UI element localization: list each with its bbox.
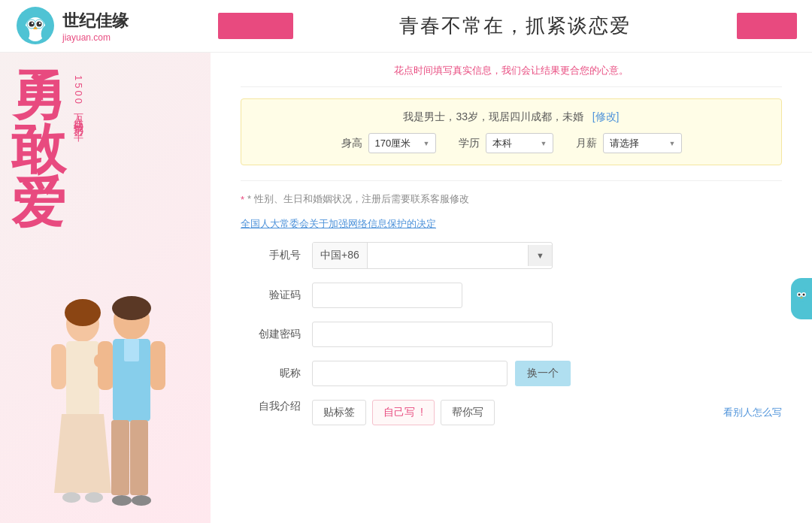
svg-rect-27	[94, 354, 113, 367]
intro-self-label: 自己写	[383, 406, 415, 418]
content-area: 花点时间填写真实信息，我们会让结果更合您的心意。 我是男士，33岁，现居四川成都…	[211, 53, 812, 523]
svg-point-36	[803, 293, 805, 295]
nickname-label: 昵称	[241, 367, 301, 380]
intro-see-more-link[interactable]: 看别人怎么写	[723, 400, 782, 419]
sidebar: 勇 敢 爱 1500万人成功找到另一半	[0, 53, 211, 523]
profile-edit-link[interactable]: [修改]	[592, 110, 620, 122]
header-banner-left	[218, 13, 293, 39]
logo-owl-icon	[15, 5, 56, 47]
profile-summary-box: 我是男士，33岁，现居四川成都，未婚 [修改] 身高 170厘米 165厘米 1…	[241, 98, 782, 165]
svg-point-20	[112, 296, 151, 320]
education-select-wrapper[interactable]: 本科 专科 硕士 博士	[486, 133, 553, 153]
height-select-wrapper[interactable]: 170厘米 165厘米 175厘米 180厘米	[368, 133, 436, 153]
height-label: 身高	[341, 137, 362, 150]
logo-chinese-text: 世纪佳缘	[62, 10, 129, 32]
salary-select-wrapper[interactable]: 请选择 3000以下 3000-5000 5000-10000 10000以上	[603, 133, 682, 153]
svg-marker-16	[54, 414, 111, 493]
logo-area: 世纪佳缘 jiayuan.com	[15, 5, 211, 47]
verify-label: 验证码	[241, 289, 301, 302]
verify-code-input[interactable]	[312, 283, 462, 308]
sidebar-dare-char: 敢	[11, 122, 65, 176]
svg-point-32	[795, 289, 808, 302]
logo-text-area: 世纪佳缘 jiayuan.com	[62, 10, 129, 43]
svg-point-31	[132, 495, 151, 506]
svg-point-6	[32, 23, 33, 24]
main-wrap: 勇 敢 爱 1500万人成功找到另一半	[0, 53, 812, 523]
phone-number-input[interactable]	[368, 243, 528, 268]
sidebar-love-char: 爱	[11, 176, 65, 230]
notice-text: * 性别、生日和婚姻状况，注册后需要联系客服修改	[247, 192, 469, 206]
profile-location: 现居四川成都	[489, 110, 552, 122]
info-tip: 花点时间填写真实信息，我们会让结果更合您的心意。	[241, 64, 782, 87]
password-label: 创建密码	[241, 328, 301, 341]
warn-icon: !	[417, 406, 423, 418]
password-form-row: 创建密码	[241, 322, 782, 347]
salary-field-group: 月薪 请选择 3000以下 3000-5000 5000-10000 10000…	[576, 133, 682, 153]
salary-select[interactable]: 请选择 3000以下 3000-5000 5000-10000 10000以上	[603, 133, 682, 153]
password-input[interactable]	[312, 322, 553, 347]
logo-pinyin-text: jiayuan.com	[62, 32, 129, 43]
svg-rect-15	[66, 341, 99, 416]
notice-star: *	[241, 194, 244, 205]
intro-tag-button[interactable]: 贴标签	[312, 400, 366, 425]
education-select[interactable]: 本科 专科 硕士 博士	[486, 133, 553, 153]
sidebar-background: 勇 敢 爱 1500万人成功找到另一半	[0, 53, 211, 523]
svg-point-14	[65, 299, 101, 326]
profile-age: 33岁	[456, 110, 478, 122]
height-field-group: 身高 170厘米 165厘米 175厘米 180厘米	[341, 133, 436, 153]
phone-prefix: 中国+86	[313, 243, 368, 268]
svg-rect-26	[150, 341, 165, 390]
header-banner-right	[737, 13, 797, 39]
education-label: 学历	[459, 137, 480, 150]
profile-gender: 男士	[424, 110, 445, 122]
divider-1	[241, 180, 782, 181]
nickname-input[interactable]	[312, 361, 508, 386]
phone-form-row: 手机号 中国+86 ▼	[241, 242, 782, 269]
verify-form-row: 验证码	[241, 283, 782, 308]
side-owl-small-icon	[794, 288, 809, 310]
sidebar-courage-char: 勇	[11, 68, 65, 122]
notice-row: * * 性别、生日和婚姻状况，注册后需要联系客服修改	[241, 192, 782, 206]
height-select[interactable]: 170厘米 165厘米 175厘米 180厘米	[368, 133, 436, 153]
svg-rect-23	[111, 420, 129, 495]
couple-svg	[8, 283, 203, 523]
intro-form-row: 自我介绍 贴标签 自己写 ! 帮你写 看别人怎么写	[241, 400, 782, 425]
svg-point-30	[112, 495, 132, 506]
salary-label: 月薪	[576, 137, 597, 150]
nickname-form-row: 昵称 换一个	[241, 361, 782, 386]
header: 世纪佳缘 jiayuan.com 青春不常在，抓紧谈恋爱	[0, 0, 812, 53]
refresh-nickname-button[interactable]: 换一个	[515, 361, 571, 386]
header-slogan: 青春不常在，抓紧谈恋爱	[293, 13, 737, 39]
profile-text: 我是男士，33岁，现居四川成都，未婚 [修改]	[256, 110, 766, 124]
side-owl-peek	[791, 278, 812, 319]
intro-label: 自我介绍	[241, 400, 301, 413]
profile-intro: 我是男士，33岁，现居四川成都，未婚	[403, 110, 583, 122]
intro-help-button[interactable]: 帮你写	[441, 400, 495, 425]
sidebar-vertical-text: 1500万人成功找到另一半	[71, 75, 85, 126]
intro-self-button[interactable]: 自己写 !	[372, 400, 435, 425]
svg-rect-22	[124, 339, 139, 361]
profile-fields: 身高 170厘米 165厘米 175厘米 180厘米 学历	[256, 133, 766, 153]
svg-point-29	[85, 492, 103, 503]
phone-input-group: 中国+86 ▼	[312, 242, 553, 269]
svg-point-35	[798, 293, 801, 295]
svg-rect-17	[51, 344, 66, 389]
profile-marital: 未婚	[562, 110, 583, 122]
intro-buttons: 贴标签 自己写 ! 帮你写	[312, 400, 495, 425]
svg-point-7	[39, 23, 41, 24]
svg-point-28	[62, 492, 80, 503]
education-field-group: 学历 本科 专科 硕士 博士	[459, 133, 553, 153]
phone-dropdown-btn[interactable]: ▼	[528, 245, 552, 266]
svg-point-4	[29, 22, 35, 27]
svg-point-5	[37, 22, 42, 27]
svg-rect-24	[130, 420, 148, 495]
law-link[interactable]: 全国人大常委会关于加强网络信息保护的决定	[241, 217, 782, 231]
phone-label: 手机号	[241, 249, 301, 262]
sidebar-couple-image	[0, 275, 211, 523]
